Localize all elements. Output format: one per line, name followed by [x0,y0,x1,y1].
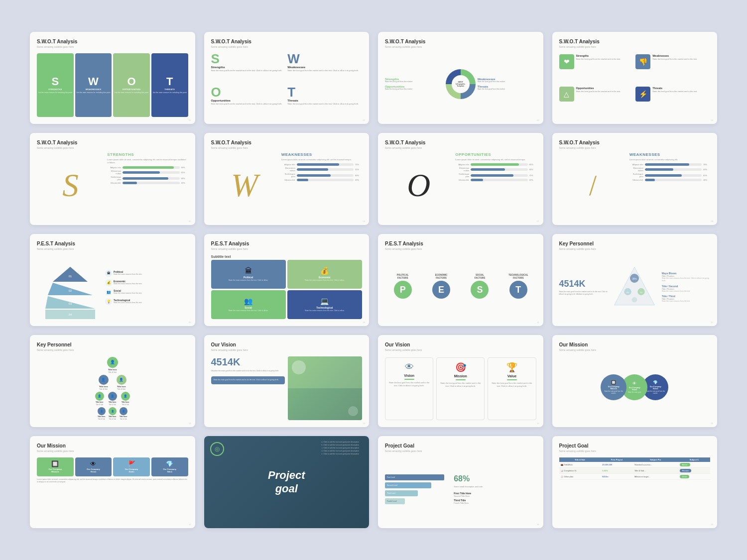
letter-pencil: / [587,171,599,200]
slide-subtitle: Some amazing subtitle goes here [385,146,536,149]
slide-key-personnel-org: Key Personnel Some amazing subtitle goes… [30,335,195,427]
slide-swot-detail-s: S.W.O.T Analysis Some amazing subtitle g… [30,133,195,225]
slide-title: Our Mission [37,443,188,448]
slide-pest-pyramid: P.E.S.T Analysis Some amazing subtitle g… [30,234,195,326]
slide-our-mission-circles: Our Mission Some amazing subtitle goes h… [552,335,718,427]
slide-subtitle: Some amazing subtitle goes here [211,348,363,351]
key-person-maya: Maya Bloom Title / Position State the ma… [662,272,710,282]
org-row-1: 👤 Title here Title & Sub 👤 Title here Ti… [99,375,126,390]
slide-project-goal-table: Project Goal Some amazing subtitle goes … [552,436,718,528]
project-table-area: Title & Sub First Project Subject Pro Su… [559,457,711,521]
target-icon: ◎ [210,442,224,456]
vision-boxes-row: 👁 Vision State the best goal from the ma… [385,357,536,420]
slide-subtitle: Some amazing subtitle goes here [559,146,711,149]
bar-row: Ultricies feli: 25% [107,182,188,184]
pest-circle-s: S [471,281,489,299]
slide-title: Key Personnel [37,342,188,347]
slide-swot-basic: S.W.O.T Analysis Some amazing subtitle g… [30,32,195,124]
vision-box-mission: 🎯 Mission State the best goal from the m… [436,357,485,420]
pest-factor-e: ECONOMICFACTORS E [423,274,459,299]
pest-box-tech: 💻 Technological State the main reasons f… [287,290,362,319]
slide-subtitle: Some amazing subtitle goes here [385,449,536,452]
swot-boxes: S STRENGTHS List the main reasons for in… [37,53,188,117]
slide-title: S.W.O.T Analysis [37,39,188,44]
swot-box-s: S STRENGTHS List the main reasons for in… [37,53,74,117]
pest-subtitle-text: Subtitle text [211,255,363,258]
svg-text:02: 02 [68,289,72,292]
swot-list: S Strengths State the best goal from the… [211,52,363,117]
slide-subtitle: Some amazing subtitle goes here [37,146,188,149]
table-row: 📋Other plan $210m Milestone target... Do… [559,474,711,480]
project-funnel-content: First Level Second Level Third Level Fou… [385,457,536,521]
slide-our-mission-grid: Our Mission Some amazing subtitle goes h… [30,436,195,528]
letter-s: S [62,169,79,202]
slide-our-vision-boxes: Our Vision Some amazing subtitle goes he… [378,335,543,427]
slide-key-personnel-triangle: Key Personnel Some amazing subtitle goes… [552,234,718,326]
swot-circular: Strengths State the best goal from this … [385,51,536,117]
slide-title: Our Vision [385,342,536,347]
svg-text:03: 03 [68,302,72,305]
slide-swot-icons: S.W.O.T Analysis Some amazing subtitle g… [552,32,718,124]
slide-swot-detail-w: S.W.O.T Analysis Some amazing subtitle g… [204,133,370,225]
table-row: 💼Title&Sub 20,500,500 Standard success..… [559,462,711,468]
mission-circle-1: 🔲 Our CompanyMission State the main goal… [601,374,626,400]
letter-w: W [231,169,258,202]
slide-subtitle: Some amazing subtitle goes here [37,45,188,48]
slide-title: Project Goal [559,443,711,448]
key-person-3: Title / Third Title / Position State the… [662,295,710,303]
mission-cell-1: 🔲 Our CompanyMission [37,457,74,476]
slide-title: P.E.S.T Analysis [385,241,536,246]
pest-circle-e: E [432,281,450,299]
key-person-2: Title / Second Title / Position State th… [662,285,710,293]
svg-text:1%: 1% [640,292,643,294]
key-stat: 4514K [559,279,608,289]
pest-item-social: 👥 Social State the main reasons from the… [105,289,188,296]
svg-text:01: 01 [68,275,72,278]
pyramid-svg: 01 02 03 04 [45,264,95,319]
org-node-0: 👤 Title here Title & Sub [107,357,118,373]
letter-o: O [407,169,430,202]
pest-item-political: 🏛 Political State the main reasons from … [105,270,188,277]
slide-title: S.W.O.T Analysis [385,39,536,44]
svg-text:04: 04 [68,313,72,316]
swot-donut-chart: SWOTInfographicTemplate [446,69,476,99]
swot-item-w: W Weaknesses State the best goal from th… [287,52,362,84]
pest-box-economic: 💰 Economic State the main reasons from t… [287,260,362,289]
slide-title: S.W.O.T Analysis [559,140,711,145]
detail-content: S STRENGTHS Lorem ipsum dolor sit amet, … [37,152,188,218]
pest-content: 01 02 03 04 🏛 Political State the main r… [37,255,188,319]
slide-title: Key Personnel [559,241,711,246]
key-triangle-area: 35% 9% 1% [611,255,659,319]
slide-subtitle: Some amazing subtitle goes here [211,45,363,48]
swot-box-t: T THREATS List the main reasons for incl… [151,53,188,117]
pest-side-items: 🏛 Political State the main reasons from … [105,255,188,319]
slide-title: P.E.S.T Analysis [37,241,188,246]
pest-item-tech: 💡 Technological State the main reasons f… [105,298,188,305]
swot-icon-weaknesses: 👎 [635,54,650,69]
slide-title: S.W.O.T Analysis [211,140,363,145]
project-goal-dark-bg: ◎ Projectgoal a. Click to add the text a… [204,436,370,528]
svg-text:35%: 35% [632,278,637,280]
org-chart: 👤 Title here Title & Sub 👤 Title here Ti… [37,356,188,420]
bar-row: Scelerisque prim 80% [107,176,188,181]
svg-marker-0 [53,267,88,282]
svg-text:9%: 9% [626,292,629,294]
pest-circles-row: POLITICALFACTORS P ECONOMICFACTORS E SOC… [385,253,536,319]
mission-cell-3: 🚩 Our CompanyGoals [113,457,150,476]
mission-cell-2: 👁 Our CompanyVision [75,457,112,476]
bar-row: Elementum nulam 65% [107,170,188,175]
swot-item-s: S Strengths State the best goal from the… [211,52,286,84]
slide-title: Our Mission [559,342,711,347]
mission-icon: 🎯 [455,362,466,373]
slide-title: S.W.O.T Analysis [37,140,188,145]
funnel-visual: First Level Second Level Third Level Fou… [385,457,451,521]
org-row-3: 👤 Title here Title & Sub 👤 Title here Ti… [98,407,127,420]
slide-title: S.W.O.T Analysis [211,39,363,44]
slide-subtitle: Some amazing subtitle goes here [211,146,363,149]
vision-photo-area [288,356,362,420]
vision-overlay-card: State the main goal from the market and … [211,376,285,384]
slide-title: S.W.O.T Analysis [385,140,536,145]
slide-swot-circular: S.W.O.T Analysis Some amazing subtitle g… [378,32,543,124]
mission-footer-text: Lorem ipsum dolor sit amet, consectetur … [37,478,188,484]
pest-factor-s: SOCIALFACTORS S [462,274,498,299]
